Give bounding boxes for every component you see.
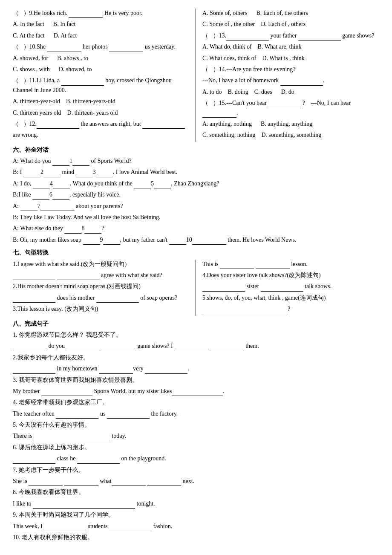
section8-title: 八、完成句子 [13, 319, 379, 329]
s8-cn3: 3. 我哥哥喜欢体育世界而我姐姐喜欢情景喜剧。 [13, 376, 379, 385]
q14: （ ）14.---Are you free this evening? [202, 65, 379, 74]
s7-q1-prompt: 1.I agree with what she said.(改为一般疑问句) [13, 260, 189, 269]
col-left: （ ）9.He looks rich. He is very poor. A. … [13, 9, 196, 142]
s6-line4: B:I like 6, especially his voice. [13, 190, 379, 199]
q13-a: A. What do, think of B. What are, think [202, 42, 379, 52]
q9-a: A. In the fact B. In fact [13, 20, 189, 29]
s8-cn6: 6. 课后他在操场上练习跑步。 [13, 443, 379, 452]
s8-cn5: 5. 今天没有什么有趣的事情。 [13, 420, 379, 430]
col-right: A. Some of, others B. Each of, the other… [196, 9, 379, 142]
s7-q2-line: does his mother of soap operas? [13, 293, 189, 303]
s7-r3-line: ? [202, 304, 379, 314]
s7-q2-prompt: 2.His mother doesn't mind soap operas.(对… [13, 282, 189, 291]
s6-line3: A: I do, 4. What do you think of the 5, … [13, 179, 379, 188]
section8: 八、完成句子 1. 你觉得游戏节目怎么样？ 我忍受不了。 do you game… [13, 319, 379, 543]
q11-c: C. thirteen years old D. thirteen- years… [13, 108, 189, 118]
s7-q1-line: agree with what she said? [13, 271, 189, 280]
q11-a: A. thirteen-year-old B. thirteen-years-o… [13, 97, 189, 106]
q15: （ ）15.---Can't you hear ? ---No, I can h… [202, 98, 379, 118]
s7-r1: This is lesson. [202, 260, 379, 269]
section7-two-col: 1.I agree with what she said.(改为一般疑问句) a… [13, 260, 379, 316]
s8-cn7: 7. 她考虑下一步要干什么。 [13, 465, 379, 475]
s6-line1: A: What do you 1 of Sports World? [13, 156, 379, 166]
s8-en7: She is what next. [13, 477, 379, 486]
q10-c: C. shows , with D. showed, to [13, 65, 189, 74]
s7-col-left: 1.I agree with what she said.(改为一般疑问句) a… [13, 260, 196, 316]
s8-en5: There is today. [13, 431, 379, 441]
s8-en4: The teacher often us the factory. [13, 409, 379, 419]
s8-cn10: 10. 老人有权利穿鲜艳的衣服。 [13, 533, 379, 542]
q15-a: A. anything, nothing B. anything, anythi… [202, 119, 379, 129]
s8-cn1: 1. 你觉得游戏节目怎么样？ 我忍受不了。 [13, 330, 379, 340]
section7: 七、句型转换 1.I agree with what she said.(改为一… [13, 248, 379, 315]
s6-line8: B: Oh, my mother likes soap 9, but my fa… [13, 235, 379, 245]
section7-title: 七、句型转换 [13, 248, 379, 257]
s8-cn8: 8. 今晚我喜欢看体育世界。 [13, 488, 379, 497]
s6-line6: B: They like Law Today. And we all love … [13, 213, 379, 222]
s6-line7: A: What else do they 8? [13, 224, 379, 233]
q9-c: C. At the fact D. At fact [13, 31, 189, 40]
q12-cont: are wrong. [13, 130, 189, 140]
q-options-cd: C. Some of , the other D. Each of , othe… [202, 20, 379, 29]
s8-en6: class he on the playground. [13, 454, 379, 463]
page-content: （ ）9.He looks rich. He is very poor. A. … [13, 9, 379, 542]
s8-cn4: 4. 老师经常带领我们参观这家工厂。 [13, 398, 379, 407]
s8-en8: I like to tonight. [13, 499, 379, 509]
section6: 六、补全对话 A: What do you 1 of Sports World?… [13, 145, 379, 245]
s8-en9: This week, I students fashion. [13, 522, 379, 531]
s7-r3-prompt: 5.shows, do, of, you, what, think , game… [202, 293, 379, 303]
q10: （ ）10.She her photos us yesterday. [13, 42, 189, 52]
q10-a: A. showed, for B. shows , to [13, 54, 189, 63]
s6-line2: B: I 2 mind 3. I love Animal World best. [13, 168, 379, 177]
s8-en3: My brother Sports World, but my sister l… [13, 387, 379, 396]
s8-en1: do you game shows? I them. [13, 341, 379, 351]
s8-cn2: 2.我家乡的每个人都很友好。 [13, 353, 379, 362]
s8-en2: in my hometown very . [13, 364, 379, 373]
q-options-ab: A. Some of, others B. Each of, the other… [202, 9, 379, 18]
q14-sub: ---No, I have a lot of homework . [202, 76, 379, 85]
s7-r2-prompt: 4.Does your sister love talk shows?(改为陈述… [202, 271, 379, 280]
q12: （ ）12. the answers are right, but [13, 119, 189, 129]
q9: （ ）9.He looks rich. He is very poor. [13, 9, 189, 18]
q13: （ ）13. your father game shows? [202, 31, 379, 40]
s6-line5: A: 7 about your parents? [13, 202, 379, 211]
q14-a: A. to do B. doing C. does D. do [202, 87, 379, 97]
s7-q3-prompt: 3.This lesson is easy. (改为同义句) [13, 304, 189, 314]
top-two-col: （ ）9.He looks rich. He is very poor. A. … [13, 9, 379, 142]
q15-c: C. something, nothing D. something, some… [202, 130, 379, 140]
s7-col-right: This is lesson. 4.Does your sister love … [196, 260, 379, 316]
section6-title: 六、补全对话 [13, 145, 379, 155]
q11: （ ）11.Li Lida, a boy, crossed the Qiongz… [13, 76, 189, 95]
s7-r2-line: sister talk shows. [202, 282, 379, 291]
s8-cn9: 9. 本周关于时尚问题我问了几个同学。 [13, 510, 379, 520]
q13-c: C. What does, think of D. What is , thin… [202, 54, 379, 63]
